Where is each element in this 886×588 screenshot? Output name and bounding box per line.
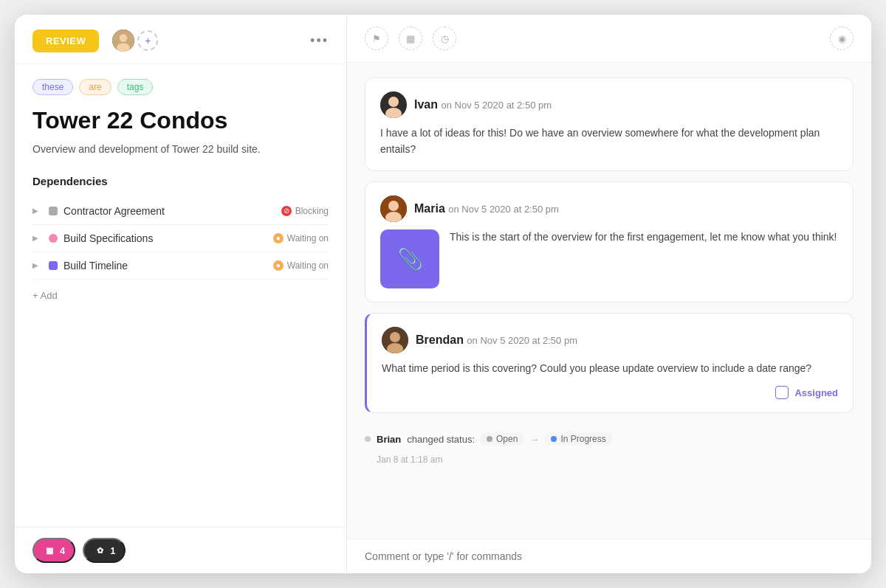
right-footer (347, 539, 871, 573)
svg-point-10 (390, 332, 400, 342)
comment-header: Ivan on Nov 5 2020 at 2:50 pm (380, 91, 838, 118)
paperclip-icon: 📎 (397, 247, 423, 271)
right-header: ⚑ ▦ ◷ ◉ (347, 15, 871, 63)
assigned-label: Assigned (794, 387, 838, 398)
review-button[interactable]: REVIEW (32, 30, 99, 52)
page-title: Tower 22 Condos (32, 107, 329, 134)
svg-point-2 (117, 44, 130, 52)
status-to-label: In Progress (560, 434, 605, 444)
dark-badge-icon: ✿ (93, 544, 106, 557)
pink-badge-count: 4 (60, 545, 65, 556)
more-options-button[interactable]: ••• (310, 33, 329, 49)
avatar-maria (380, 196, 407, 222)
page-description: Overview and development of Tower 22 bui… (32, 142, 329, 157)
tag-these[interactable]: these (32, 79, 73, 95)
comment-body: What time period is this covering? Could… (382, 361, 838, 377)
comment-card-ivan: Ivan on Nov 5 2020 at 2:50 pm I have a l… (365, 77, 854, 171)
comment-card-maria: Maria on Nov 5 2020 at 2:50 pm 📎 This is… (365, 181, 854, 302)
attachment-thumbnail[interactable]: 📎 (380, 229, 439, 288)
dark-badge-count: 1 (110, 545, 115, 556)
left-panel: REVIEW + ••• (15, 15, 347, 573)
avatar-ivan (380, 91, 407, 118)
right-header-right: ◉ (830, 27, 854, 50)
badge-pink-button[interactable]: ▦ 4 (32, 538, 75, 563)
avatar-group: + (111, 28, 158, 53)
flag-button[interactable]: ⚑ (365, 27, 388, 50)
comment-date: on Nov 5 2020 at 2:50 pm (441, 100, 552, 111)
status-change-action: changed status: (407, 434, 475, 445)
pink-badge-icon: ▦ (43, 544, 56, 557)
tags-row: these are tags (32, 79, 329, 95)
eye-icon: ◉ (838, 33, 846, 44)
comment-input[interactable] (365, 550, 854, 562)
open-dot (487, 436, 492, 442)
status-change-actor: Brian (377, 434, 401, 445)
avatar-brendan-svg (382, 327, 408, 353)
comment-footer: Assigned (382, 386, 838, 399)
dep-color-dot (49, 207, 58, 215)
dep-status-label: Blocking (295, 206, 329, 216)
dep-color-dot (49, 234, 58, 243)
in-progress-dot (551, 436, 557, 442)
dependency-item: ▶ Build Timeline ● Waiting on (32, 252, 329, 280)
waiting-icon: ● (273, 233, 284, 243)
dep-color-dot (49, 261, 58, 270)
add-dependency-button[interactable]: + Add (32, 290, 58, 301)
status-dot (365, 436, 371, 442)
dependency-item: ▶ Contractor Agreement ⊘ Blocking (32, 198, 329, 225)
dep-status-label: Waiting on (287, 233, 329, 243)
avatar-ivan-svg (380, 91, 407, 118)
assigned-checkbox[interactable] (775, 386, 789, 399)
dep-name: Build Specifications (63, 232, 267, 244)
comment-date: on Nov 5 2020 at 2:50 pm (467, 335, 577, 346)
chevron-right-icon: ▶ (32, 261, 43, 269)
comment-body: This is the start of the overview for th… (450, 229, 837, 246)
tag-tags[interactable]: tags (117, 79, 154, 95)
comment-header: Brendan on Nov 5 2020 at 2:50 pm (382, 327, 838, 353)
comment-author: Maria (414, 202, 445, 215)
svg-point-4 (388, 97, 399, 107)
status-change-row: Brian changed status: Open → In Progress (365, 423, 854, 454)
dep-status: ● Waiting on (273, 233, 329, 243)
comment-date: on Nov 5 2020 at 2:50 pm (448, 204, 559, 215)
eye-button[interactable]: ◉ (830, 27, 854, 50)
left-content: these are tags Tower 22 Condos Overview … (15, 64, 346, 527)
flag-icon: ⚑ (372, 33, 381, 44)
waiting-icon: ● (273, 260, 284, 271)
svg-point-1 (120, 34, 128, 42)
dep-name: Build Timeline (63, 260, 267, 271)
comment-header: Maria on Nov 5 2020 at 2:50 pm (380, 196, 838, 222)
dep-status: ⊘ Blocking (281, 206, 329, 216)
comment-author: Brendan (416, 333, 464, 346)
avatar (111, 28, 136, 53)
badge-dark-button[interactable]: ✿ 1 (83, 538, 126, 563)
clock-button[interactable]: ◷ (433, 27, 456, 50)
dependency-list: ▶ Contractor Agreement ⊘ Blocking ▶ Buil… (32, 198, 329, 280)
comment-meta: Brendan on Nov 5 2020 at 2:50 pm (416, 333, 577, 347)
dep-status: ● Waiting on (273, 260, 329, 271)
clock-icon: ◷ (441, 33, 449, 44)
status-from-pill: Open (481, 432, 523, 446)
dep-status-label: Waiting on (287, 260, 329, 271)
calendar-button[interactable]: ▦ (399, 27, 422, 50)
avatar-brendan (382, 327, 408, 353)
right-panel: ⚑ ▦ ◷ ◉ (347, 15, 871, 573)
arrow-right-icon: → (529, 434, 539, 445)
comment-card-brendan: Brendan on Nov 5 2020 at 2:50 pm What ti… (365, 313, 854, 413)
left-footer: ▦ 4 ✿ 1 (15, 527, 346, 573)
status-from-label: Open (496, 434, 518, 444)
chevron-right-icon: ▶ (32, 234, 43, 242)
dep-name: Contractor Agreement (63, 205, 275, 217)
add-user-button[interactable]: + (137, 30, 158, 51)
comment-meta: Ivan on Nov 5 2020 at 2:50 pm (414, 98, 552, 111)
calendar-icon: ▦ (406, 33, 415, 44)
status-to-pill: In Progress (545, 432, 611, 446)
blocking-icon: ⊘ (281, 206, 292, 216)
comment-with-attachment: 📎 This is the start of the overview for … (380, 229, 838, 288)
chevron-right-icon: ▶ (32, 207, 43, 215)
tag-are[interactable]: are (79, 79, 111, 95)
avatar-face-svg (112, 28, 134, 53)
status-change-date: Jan 8 at 1:18 am (365, 454, 854, 465)
dependencies-heading: Dependencies (32, 175, 329, 187)
comments-area: Ivan on Nov 5 2020 at 2:50 pm I have a l… (347, 63, 871, 539)
